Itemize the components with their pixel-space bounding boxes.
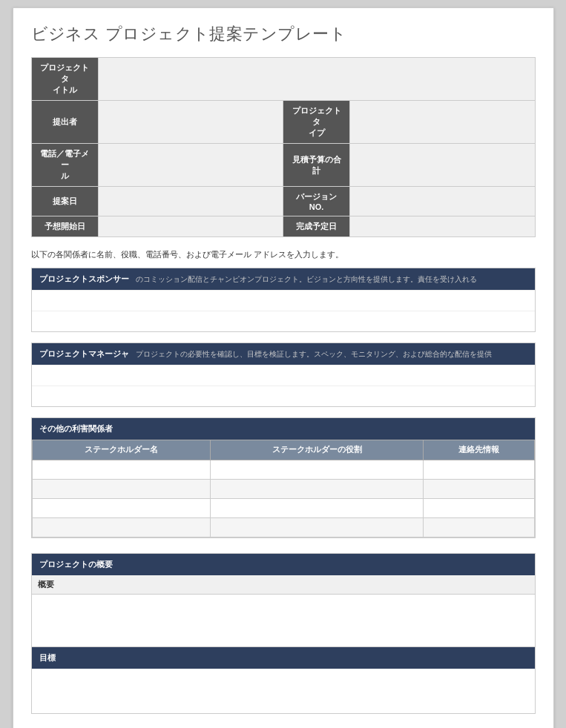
sponsor-block: プロジェクトスポンサー のコミッション配信とチャンピオンプロジェクト。ビジョンと… xyxy=(31,268,536,332)
stakeholder-role-4[interactable] xyxy=(211,518,424,537)
manager-header: プロジェクトマネージャ プロジェクトの必要性を確認し、目標を検証します。スペック… xyxy=(32,343,535,365)
stakeholder-table: ステークホルダー名 ステークホルダーの役割 連絡先情報 xyxy=(32,440,535,537)
completion-date-value[interactable] xyxy=(350,216,536,237)
info-grid: プロジェクトタ イトル 提出者 プロジェクトタ イプ 電話／電子メー ル 見積予… xyxy=(31,57,536,237)
stakeholder-col-contact: 連絡先情報 xyxy=(423,440,534,460)
summary-content[interactable] xyxy=(32,595,535,646)
page-title: ビジネス プロジェクト提案テンプレート xyxy=(31,23,536,45)
stakeholder-name-2[interactable] xyxy=(32,480,211,499)
version-label: バージョンNO. xyxy=(283,187,350,216)
sponsor-header-title: プロジェクトスポンサー xyxy=(39,274,129,283)
stakeholder-role-1[interactable] xyxy=(211,460,424,480)
stakeholder-role-3[interactable] xyxy=(211,499,424,518)
start-date-value[interactable] xyxy=(98,216,283,237)
page: ビジネス プロジェクト提案テンプレート プロジェクトタ イトル 提出者 プロジェ… xyxy=(13,7,554,728)
stakeholders-header: その他の利害関係者 xyxy=(32,418,535,440)
project-title-value[interactable] xyxy=(98,58,535,101)
phone-email-value[interactable] xyxy=(98,144,283,187)
sponsor-header-desc: のコミッション配信とチャンピオンプロジェクト。ビジョンと方向性を提供します。責任… xyxy=(136,275,477,283)
proposal-date-label: 提案日 xyxy=(31,187,98,216)
stakeholder-role-2[interactable] xyxy=(211,480,424,499)
submitter-value[interactable] xyxy=(98,101,283,144)
summary-sub-header: 概要 xyxy=(32,575,535,595)
budget-label: 見積予算の合計 xyxy=(283,144,350,187)
sponsor-header: プロジェクトスポンサー のコミッション配信とチャンピオンプロジェクト。ビジョンと… xyxy=(32,268,535,290)
table-row xyxy=(32,460,534,480)
stakeholder-col-role: ステークホルダーの役割 xyxy=(211,440,424,460)
stakeholder-col-name: ステークホルダー名 xyxy=(32,440,211,460)
stakeholder-name-4[interactable] xyxy=(32,518,211,537)
budget-value[interactable] xyxy=(350,144,536,187)
manager-header-title: プロジェクトマネージャ xyxy=(39,349,129,358)
sponsor-row-1[interactable] xyxy=(32,290,535,311)
start-date-label: 予想開始日 xyxy=(31,216,98,237)
project-type-label: プロジェクトタ イプ xyxy=(283,101,350,144)
manager-header-desc: プロジェクトの必要性を確認し、目標を検証します。スペック、モニタリング、および総… xyxy=(136,350,492,358)
overview-header: プロジェクトの概要 xyxy=(32,554,535,575)
phone-email-label: 電話／電子メー ル xyxy=(31,144,98,187)
sponsor-row-2[interactable] xyxy=(32,311,535,331)
table-row xyxy=(32,518,534,537)
project-title-label: プロジェクトタ イトル xyxy=(31,58,98,101)
submitter-label: 提出者 xyxy=(31,101,98,144)
stakeholder-contact-2[interactable] xyxy=(423,480,534,499)
stakeholders-header-title: その他の利害関係者 xyxy=(39,424,113,433)
manager-row-1[interactable] xyxy=(32,365,535,385)
stakeholder-contact-4[interactable] xyxy=(423,518,534,537)
completion-date-label: 完成予定日 xyxy=(283,216,350,237)
goal-header: 目標 xyxy=(32,646,535,669)
stakeholders-block: その他の利害関係者 ステークホルダー名 ステークホルダーの役割 連絡先情報 xyxy=(31,417,536,538)
summary-block: プロジェクトの概要 概要 目標 xyxy=(31,553,536,714)
table-row xyxy=(32,480,534,499)
stakeholder-name-3[interactable] xyxy=(32,499,211,518)
table-row xyxy=(32,499,534,518)
description-text: 以下の各関係者に名前、役職、電話番号、および電子メール アドレスを入力します。 xyxy=(31,249,536,260)
goal-content[interactable] xyxy=(32,669,535,713)
overview-header-title: プロジェクトの概要 xyxy=(39,560,113,569)
manager-block: プロジェクトマネージャ プロジェクトの必要性を確認し、目標を検証します。スペック… xyxy=(31,343,536,407)
stakeholder-name-1[interactable] xyxy=(32,460,211,480)
version-value[interactable] xyxy=(350,187,536,216)
stakeholder-contact-1[interactable] xyxy=(423,460,534,480)
manager-row-2[interactable] xyxy=(32,385,535,406)
stakeholder-contact-3[interactable] xyxy=(423,499,534,518)
project-type-value[interactable] xyxy=(350,101,536,144)
proposal-date-value[interactable] xyxy=(98,187,283,216)
